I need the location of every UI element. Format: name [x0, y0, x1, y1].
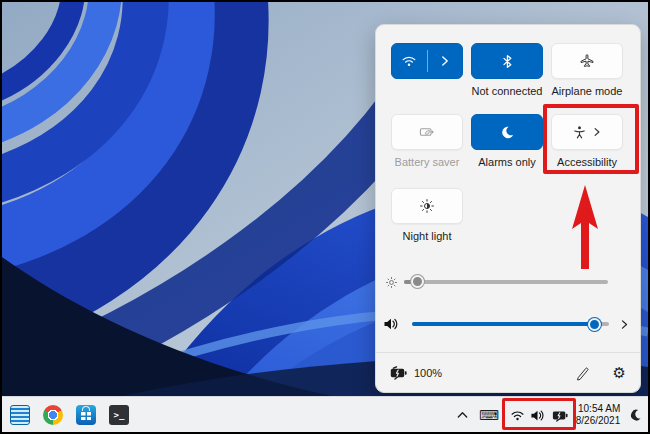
tray-time: 10:54 AM [576, 403, 621, 415]
chevron-up-icon [456, 409, 469, 422]
accessibility-icon [572, 125, 587, 140]
chrome-icon[interactable] [43, 405, 63, 425]
volume-slider-row [376, 313, 640, 335]
screenshot-frame: Not connected Airplane mode Battery save… [0, 0, 650, 434]
tray-clock[interactable]: 10:54 AM 8/26/2021 [570, 397, 626, 433]
tile-cell-focus-assist: Alarms only [471, 114, 543, 168]
tray-battery[interactable] [550, 397, 570, 433]
tray-overflow-chevron[interactable] [452, 397, 472, 433]
battery-charging-icon [552, 409, 569, 422]
battery-saver-icon [419, 124, 435, 140]
edit-pencil-icon[interactable] [575, 365, 591, 381]
tile-cell-bluetooth: Not connected [471, 43, 543, 97]
brightness-icon [385, 276, 398, 289]
tile-cell-night-light: Night light [391, 188, 463, 242]
brightness-thumb[interactable] [411, 275, 424, 288]
tile-cell-accessibility: Accessibility [551, 114, 623, 168]
volume-track[interactable] [412, 322, 609, 326]
tray-wifi[interactable] [508, 397, 526, 433]
microsoft-store-icon[interactable] [76, 405, 96, 425]
battery-charging-icon [390, 366, 408, 380]
tray-volume[interactable] [528, 397, 546, 433]
bluetooth-icon [500, 54, 515, 69]
tray-date: 8/26/2021 [576, 415, 621, 427]
wifi-button[interactable] [391, 43, 463, 79]
speaker-icon [383, 316, 399, 332]
airplane-mode-label: Airplane mode [540, 85, 634, 97]
panel-footer: 100% ⚙ [376, 352, 640, 392]
wifi-icon [401, 53, 417, 69]
accessibility-button[interactable] [551, 114, 623, 150]
tray-focus-assist[interactable] [627, 397, 645, 433]
night-light-icon [419, 198, 435, 214]
notes-app-icon[interactable] [10, 405, 30, 425]
settings-gear-icon[interactable]: ⚙ [613, 364, 626, 382]
taskbar: >_ ⌨ [2, 396, 648, 432]
terminal-icon[interactable]: >_ [109, 405, 129, 425]
brightness-track[interactable] [404, 280, 608, 284]
airplane-icon [579, 53, 595, 69]
moon-icon [500, 125, 515, 140]
volume-expand-chevron-icon[interactable] [618, 318, 631, 331]
quick-settings-panel: Not connected Airplane mode Battery save… [375, 24, 641, 393]
accessibility-label: Accessibility [540, 156, 634, 168]
brightness-slider-row [376, 271, 640, 293]
wifi-expand[interactable] [428, 44, 463, 78]
airplane-mode-button[interactable] [551, 43, 623, 79]
tile-cell-battery-saver: Battery saver [391, 114, 463, 168]
night-light-button[interactable] [391, 188, 463, 224]
chevron-right-icon [591, 126, 603, 138]
wifi-icon [510, 408, 525, 423]
focus-assist-button[interactable] [471, 114, 543, 150]
wifi-toggle[interactable] [392, 44, 427, 78]
moon-icon [627, 406, 644, 423]
battery-saver-button[interactable] [391, 114, 463, 150]
tile-cell-airplane: Airplane mode [551, 43, 623, 97]
chevron-right-icon [438, 54, 452, 68]
taskbar-app-icons: >_ [10, 397, 129, 433]
speaker-icon [530, 408, 545, 423]
volume-thumb[interactable] [588, 318, 601, 331]
night-light-label: Night light [380, 230, 474, 242]
touch-keyboard-icon[interactable]: ⌨ [478, 397, 500, 433]
battery-percent-text: 100% [414, 367, 442, 379]
volume-fill [412, 322, 595, 326]
bluetooth-button[interactable] [471, 43, 543, 79]
tile-cell-wifi [391, 43, 463, 85]
